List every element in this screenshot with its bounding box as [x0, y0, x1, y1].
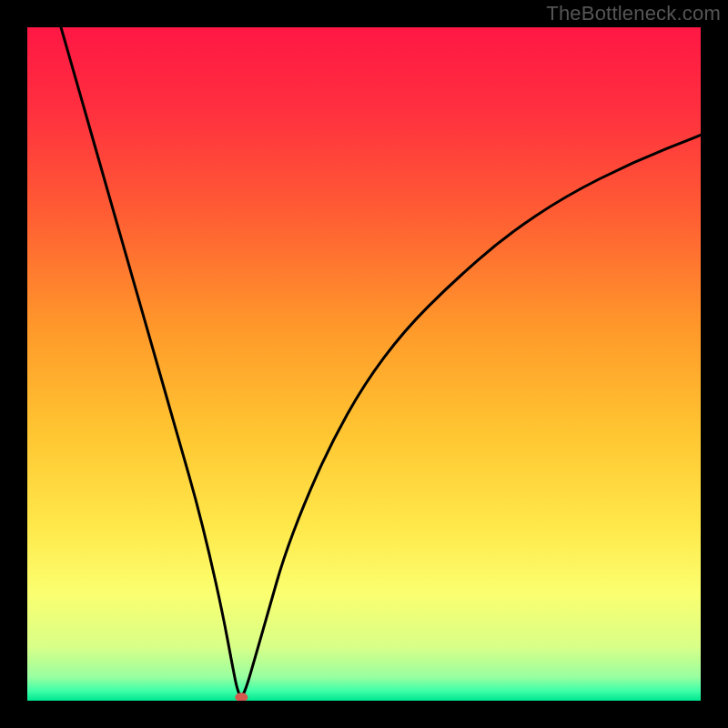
- gradient-background: [27, 27, 701, 701]
- chart-frame: TheBottleneck.com: [0, 0, 728, 728]
- bottleneck-chart: [27, 27, 701, 701]
- watermark-label: TheBottleneck.com: [546, 2, 721, 25]
- plot-area: [27, 27, 701, 701]
